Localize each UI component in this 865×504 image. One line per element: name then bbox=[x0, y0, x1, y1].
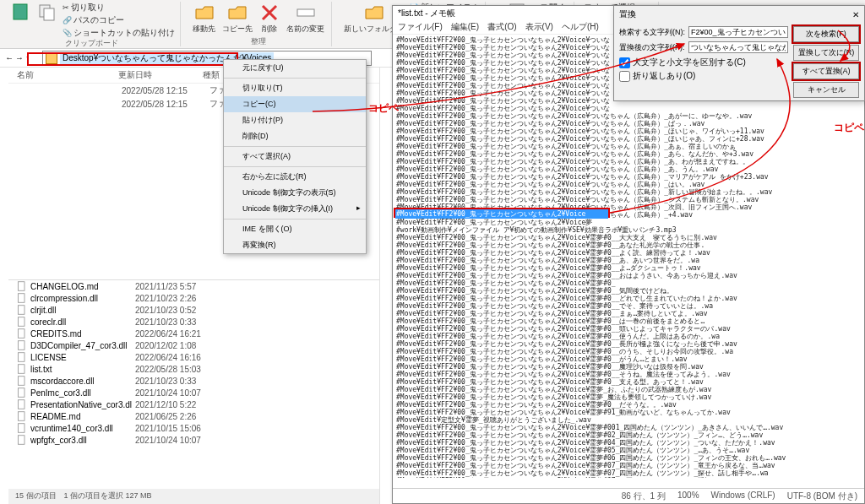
menu-file[interactable]: ファイル(F) bbox=[398, 21, 443, 34]
svg-rect-8 bbox=[19, 306, 25, 315]
file-row[interactable]: PresentationNative_cor3.dll2021/12/10 5:… bbox=[8, 398, 379, 410]
ctx-cut[interactable]: 切り取り(T) bbox=[224, 80, 366, 96]
delete-button[interactable]: 削除 bbox=[258, 2, 281, 35]
file-row[interactable]: CHANGELOG.md2021/11/23 5:57 bbox=[8, 280, 379, 292]
svg-rect-18 bbox=[19, 424, 25, 433]
svg-rect-6 bbox=[19, 282, 25, 291]
status-zoom: 100% bbox=[677, 490, 699, 501]
ctx-reconvert[interactable]: 再変換(R) bbox=[224, 237, 366, 253]
rename-button[interactable]: 名前の変更 bbox=[285, 2, 326, 35]
file-row[interactable]: clrcompression.dll2021/10/23 2:26 bbox=[8, 292, 379, 304]
svg-rect-11 bbox=[19, 341, 25, 350]
annotation-highlight-box: #Move¥Edit¥FF2¥00_鬼っ子ヒカセンついなちゃん2¥Voice bbox=[394, 208, 610, 218]
file-row[interactable]: mscordaccore.dll2021/10/23 0:33 bbox=[8, 375, 379, 387]
file-row[interactable]: list.txt2022/05/28 15:03 bbox=[8, 363, 379, 375]
find-input[interactable] bbox=[688, 26, 788, 38]
file-row[interactable]: PenImc_cor3.dll2021/10/24 10:07 bbox=[8, 387, 379, 398]
col-date[interactable]: 更新日時 bbox=[118, 69, 203, 81]
case-checkbox[interactable] bbox=[619, 57, 630, 68]
explorer-status-bar: 15 個の項目 1 個の項目を選択 127 MB bbox=[8, 489, 379, 504]
wrap-label: 折り返しあり(O) bbox=[633, 70, 695, 82]
notepad-statusbar: 86 行、1 列 100% Windows (CRLF) UTF-8 (BOM … bbox=[393, 488, 864, 503]
file-row[interactable]: D3DCompiler_47_cor3.dll2020/12/02 1:08 bbox=[8, 339, 379, 351]
ctx-ucc-show[interactable]: Unicode 制御文字の表示(S) bbox=[224, 185, 366, 201]
ctx-rtl[interactable]: 右から左に読む(R) bbox=[224, 169, 366, 185]
svg-rect-13 bbox=[19, 365, 25, 374]
file-row[interactable]: wpfgfx_cor3.dll2021/10/24 10:07 bbox=[8, 434, 379, 446]
status-pos: 86 行、1 列 bbox=[622, 490, 666, 501]
menu-format[interactable]: 書式(O) bbox=[487, 21, 516, 34]
file-row[interactable]: coreclr.dll2021/10/23 0:33 bbox=[8, 316, 379, 328]
file-row[interactable]: README.md2021/06/25 2:26 bbox=[8, 410, 379, 422]
case-label: 大文字と小文字を区別する(C) bbox=[633, 57, 746, 68]
replace-one-button[interactable]: 置換して次に(R) bbox=[793, 45, 859, 61]
svg-rect-9 bbox=[19, 317, 25, 327]
replace-label: 置換後の文字列(P): bbox=[619, 42, 685, 53]
copy-button[interactable] bbox=[35, 2, 59, 24]
svg-rect-19 bbox=[19, 436, 25, 445]
back-button[interactable]: ← bbox=[5, 53, 14, 62]
ctx-selall[interactable]: すべて選択(A) bbox=[224, 149, 366, 165]
ctx-ucc-insert[interactable]: Unicode 制御文字の挿入(I) bbox=[224, 201, 366, 217]
file-row[interactable]: clrjit.dll2021/10/23 0:52 bbox=[8, 304, 379, 316]
replace-title-text: 置換 bbox=[619, 8, 636, 20]
ctx-copy[interactable]: コピー(C) bbox=[224, 96, 366, 112]
highlighted-text: #Move¥Edit¥FF2¥00_鬼っ子ヒカセンついなちゃん2¥Voice bbox=[395, 209, 608, 219]
replace-input[interactable] bbox=[688, 41, 788, 53]
ribbon-group-clipboard: ✂ 切り取り 🔗 パスのコピー 📎 ショートカットの貼り付け クリップボード bbox=[3, 2, 181, 46]
cancel-button[interactable]: キャンセル bbox=[793, 82, 859, 98]
nav-tree[interactable] bbox=[0, 68, 8, 504]
svg-rect-12 bbox=[19, 353, 25, 362]
svg-rect-15 bbox=[19, 388, 25, 398]
copy-path-button[interactable]: 🔗 パスのコピー bbox=[63, 14, 175, 26]
replace-all-button[interactable]: すべて置換(A) bbox=[793, 63, 859, 79]
svg-rect-10 bbox=[19, 329, 25, 339]
status-eol: Windows (CRLF) bbox=[711, 490, 775, 501]
svg-rect-0 bbox=[14, 4, 27, 19]
menu-view[interactable]: 表示(V) bbox=[525, 21, 553, 34]
svg-rect-16 bbox=[19, 400, 25, 409]
pin-button[interactable] bbox=[8, 2, 32, 24]
forward-button[interactable]: → bbox=[15, 53, 24, 62]
file-row[interactable]: vcruntime140_cor3.dll2021/10/15 15:06 bbox=[8, 422, 379, 434]
svg-rect-7 bbox=[19, 294, 25, 303]
svg-rect-17 bbox=[19, 412, 25, 421]
group-label-organize: 整理 bbox=[251, 36, 266, 47]
secondary-file-list: CHANGELOG.md2021/11/23 5:57clrcompressio… bbox=[8, 279, 379, 446]
ribbon-group-organize: 移動先 コピー先 削除 名前の変更 整理 bbox=[186, 2, 332, 46]
file-row[interactable]: CREDITS.md2022/06/24 16:21 bbox=[8, 328, 379, 339]
annotation-addr-box bbox=[27, 52, 238, 66]
ctx-ime[interactable]: IME を開く(O) bbox=[224, 221, 366, 237]
group-label-clipboard: クリップボード bbox=[65, 38, 118, 49]
cut-button[interactable]: ✂ 切り取り bbox=[63, 2, 175, 14]
ctx-paste[interactable]: 貼り付け(P) bbox=[224, 112, 366, 128]
ctx-delete[interactable]: 削除(D) bbox=[224, 128, 366, 144]
menu-edit[interactable]: 編集(E) bbox=[451, 21, 479, 34]
file-row[interactable]: LICENSE2022/06/24 16:16 bbox=[8, 351, 379, 363]
col-name[interactable]: 名前 bbox=[17, 69, 118, 81]
menu-help[interactable]: ヘルプ(H) bbox=[562, 21, 599, 34]
svg-rect-2 bbox=[44, 8, 54, 20]
find-next-button[interactable]: 次を検索(F) bbox=[793, 26, 859, 42]
svg-rect-14 bbox=[19, 377, 25, 386]
context-menu: 元に戻す(U) 切り取り(T) コピー(C) 貼り付け(P) 削除(D) すべて… bbox=[223, 59, 367, 254]
close-icon[interactable]: ✕ bbox=[852, 10, 859, 19]
wrap-checkbox[interactable] bbox=[619, 71, 630, 82]
paste-shortcut-button[interactable]: 📎 ショートカットの貼り付け bbox=[63, 27, 175, 39]
find-label: 検索する文字列(N): bbox=[619, 27, 685, 38]
ctx-undo[interactable]: 元に戻す(U) bbox=[224, 60, 366, 76]
replace-dialog: 置換 ✕ 検索する文字列(N): 置換後の文字列(P): 大文字と小文字を区別す… bbox=[613, 5, 865, 101]
svg-rect-3 bbox=[297, 9, 314, 16]
move-to-button[interactable]: 移動先 bbox=[191, 2, 217, 35]
status-enc: UTF-8 (BOM 付き) bbox=[787, 490, 857, 501]
copy-to-button[interactable]: コピー先 bbox=[220, 2, 254, 35]
